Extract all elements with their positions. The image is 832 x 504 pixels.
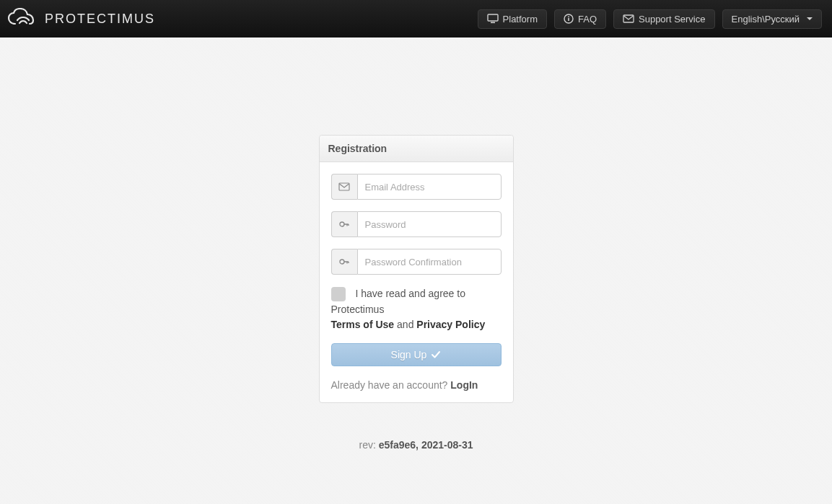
registration-panel: Registration bbox=[319, 135, 514, 403]
main-content: Registration bbox=[0, 37, 832, 403]
nav-platform-button[interactable]: Platform bbox=[478, 9, 547, 29]
key-icon bbox=[331, 249, 357, 275]
login-prompt: Already have an account? LogIn bbox=[331, 379, 502, 391]
revision-footer: rev: e5fa9e6, 2021-08-31 bbox=[0, 439, 832, 451]
logo-text: PROTECTIMUS bbox=[45, 12, 155, 27]
consent-checkbox[interactable] bbox=[331, 287, 346, 301]
login-prompt-text: Already have an account? bbox=[331, 379, 451, 391]
nav-platform-label: Platform bbox=[503, 14, 538, 25]
logo[interactable]: PROTECTIMUS bbox=[7, 8, 155, 30]
key-icon bbox=[331, 211, 357, 237]
email-group bbox=[331, 174, 502, 200]
svg-rect-0 bbox=[488, 14, 498, 21]
svg-rect-1 bbox=[491, 22, 495, 24]
nav-faq-label: FAQ bbox=[578, 14, 597, 25]
navbar: PROTECTIMUS Platform FAQ bbox=[0, 0, 832, 37]
logo-cloud-icon bbox=[7, 8, 39, 30]
panel-body: I have read and agree to Protectimus Ter… bbox=[320, 162, 513, 402]
consent-block: I have read and agree to Protectimus Ter… bbox=[331, 286, 502, 333]
signup-button[interactable]: Sign Up bbox=[331, 343, 502, 366]
info-icon bbox=[564, 14, 574, 24]
svg-rect-3 bbox=[568, 18, 569, 21]
svg-point-8 bbox=[340, 260, 344, 264]
panel-title: Registration bbox=[320, 136, 513, 162]
nav-support-label: Support Service bbox=[639, 14, 706, 25]
envelope-icon bbox=[623, 14, 634, 23]
caret-down-icon bbox=[807, 17, 813, 20]
rev-prefix: rev: bbox=[359, 439, 378, 451]
svg-rect-4 bbox=[568, 17, 569, 18]
svg-point-7 bbox=[340, 222, 344, 226]
password-field[interactable] bbox=[357, 211, 502, 237]
privacy-policy-link[interactable]: Privacy Policy bbox=[416, 319, 485, 330]
nav-language-dropdown[interactable]: English\Русский bbox=[722, 9, 823, 29]
password-confirm-field[interactable] bbox=[357, 249, 502, 275]
nav-language-label: English\Русский bbox=[732, 14, 800, 25]
rev-value: e5fa9e6, 2021-08-31 bbox=[379, 439, 473, 451]
nav-support-button[interactable]: Support Service bbox=[613, 9, 715, 29]
consent-prefix: I have read and agree to Protectimus bbox=[331, 288, 465, 315]
consent-and: and bbox=[394, 319, 416, 330]
password-group bbox=[331, 211, 502, 237]
monitor-icon bbox=[487, 14, 499, 24]
nav-faq-button[interactable]: FAQ bbox=[554, 9, 606, 29]
login-link[interactable]: LogIn bbox=[450, 379, 478, 391]
nav-right: Platform FAQ Support Service E bbox=[478, 9, 825, 29]
terms-of-use-link[interactable]: Terms of Use bbox=[331, 319, 395, 330]
check-icon bbox=[431, 350, 441, 359]
signup-label: Sign Up bbox=[391, 349, 427, 361]
password-confirm-group bbox=[331, 249, 502, 275]
envelope-icon bbox=[331, 174, 357, 200]
email-field[interactable] bbox=[357, 174, 502, 200]
